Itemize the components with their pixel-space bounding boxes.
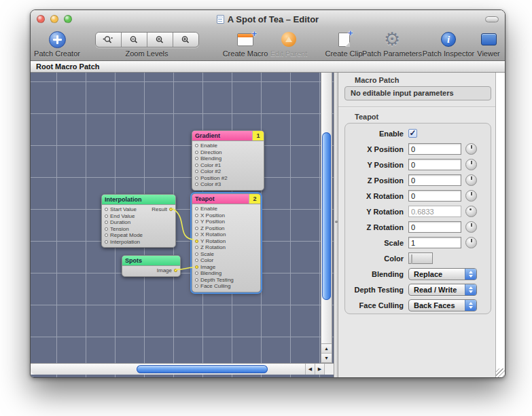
port-x-position[interactable]: X Position [192, 212, 260, 219]
port-duration[interactable]: Duration [102, 219, 175, 226]
patch-creator-button[interactable]: Patch Creator [31, 29, 84, 58]
scale-knob[interactable] [465, 237, 477, 248]
port-repeat-mode[interactable]: Repeat Mode [102, 232, 175, 239]
horizontal-scrollbar[interactable]: ◀ ▶ [31, 363, 334, 375]
param-row-y-rotation: Y Rotation [345, 204, 491, 219]
port-scale[interactable]: Scale [192, 251, 260, 258]
edit-parent-button: Edit Parent [263, 29, 315, 58]
depth-testing-popup[interactable]: Read / Write [408, 284, 477, 296]
param-row-face-culling: Face Culling Back Faces [345, 297, 491, 313]
param-row-depth-testing: Depth Testing Read / Write [345, 282, 491, 297]
toolbar: Patch Creator [31, 28, 505, 61]
viewer-button[interactable]: Viewer [472, 29, 505, 58]
scale-field[interactable] [408, 237, 461, 248]
x-rotation-knob[interactable] [465, 190, 477, 202]
breadcrumb[interactable]: Root Macro Patch [31, 61, 505, 73]
popup-stepper-icon [465, 300, 476, 311]
port-blending[interactable]: Blending [192, 155, 264, 162]
macro-patch-section-title: Macro Patch [355, 76, 495, 84]
window-title-group: A Spot of Tea – Editor [31, 14, 505, 24]
port-position-2[interactable]: Position #2 [192, 175, 264, 182]
scroll-down-arrow[interactable]: ▼ [321, 353, 332, 362]
node-spots[interactable]: Spots Image [122, 255, 181, 277]
teapot-section-title: Teapot [355, 113, 495, 121]
port-y-rotation[interactable]: Y Rotation [192, 238, 260, 245]
z-position-field[interactable] [408, 174, 461, 186]
close-button[interactable] [37, 15, 45, 23]
zoom-button[interactable] [64, 15, 72, 23]
x-rotation-field[interactable] [408, 190, 461, 202]
node-teapot[interactable]: Teapot 2 Enable X Position Y Position Z … [192, 193, 261, 292]
section-divider [338, 107, 495, 108]
panel-scrollbar-track[interactable] [495, 73, 505, 377]
editor-window: A Spot of Tea – Editor Patch Creator [30, 10, 506, 378]
z-rotation-knob[interactable] [465, 221, 477, 233]
zoom-out-segment[interactable] [121, 33, 147, 47]
port-z-rotation[interactable]: Z Rotation [192, 244, 260, 251]
macro-patch-message: No editable input parameters [344, 86, 491, 100]
minimize-button[interactable] [50, 15, 58, 23]
port-tension[interactable]: Tension [102, 226, 175, 233]
param-row-y-position: Y Position [345, 157, 491, 172]
zoom-in-segment[interactable] [173, 33, 198, 47]
port-result-output[interactable]: Result [152, 206, 173, 213]
param-row-scale: Scale [345, 235, 491, 250]
clip-page-icon: + [338, 33, 350, 47]
color-well[interactable] [408, 252, 433, 264]
face-culling-popup[interactable]: Back Faces [408, 299, 477, 311]
scroll-up-arrow[interactable]: ▲ [321, 344, 332, 353]
connection-wires [31, 73, 334, 363]
z-rotation-field[interactable] [408, 221, 461, 233]
vertical-scrollbar[interactable]: ▲ ▼ [321, 73, 332, 363]
port-z-position[interactable]: Z Position [192, 225, 260, 232]
port-face-culling[interactable]: Face Culling [192, 283, 260, 290]
blending-popup[interactable]: Replace [408, 268, 477, 280]
port-image[interactable]: Image [192, 264, 260, 271]
title-bar[interactable]: A Spot of Tea – Editor [31, 10, 505, 28]
pane-splitter[interactable] [334, 73, 338, 377]
port-depth-testing[interactable]: Depth Testing [192, 277, 260, 284]
node-graph-canvas[interactable]: Gradient 1 Enable Direction Blending Col… [31, 73, 334, 377]
teapot-parameters-group: Enable ✓ X Position Y Position [344, 123, 491, 314]
y-position-knob[interactable] [465, 159, 477, 170]
resize-grip[interactable] [496, 368, 505, 377]
x-position-field[interactable] [408, 143, 461, 155]
port-interpolation[interactable]: Interpolation [102, 239, 175, 246]
node-interpolation[interactable]: Interpolation Result Start Value End Val… [101, 194, 176, 248]
enable-checkbox[interactable]: ✓ [408, 129, 417, 138]
plus-sphere-icon [49, 31, 66, 48]
port-color-2[interactable]: Color #2 [192, 168, 264, 175]
port-color[interactable]: Color [192, 257, 260, 264]
port-blending[interactable]: Blending [192, 270, 260, 277]
toolbar-toggle-button[interactable] [485, 16, 499, 22]
param-row-x-position: X Position [345, 141, 491, 157]
port-direction[interactable]: Direction [192, 149, 264, 156]
node-badge: 2 [249, 194, 260, 204]
port-y-position[interactable]: Y Position [192, 219, 260, 225]
port-enable[interactable]: Enable [192, 206, 260, 212]
vertical-scrollbar-thumb[interactable] [322, 132, 331, 300]
port-end-value[interactable]: End Value [102, 213, 175, 220]
up-triangle-icon [281, 32, 296, 47]
document-icon [217, 15, 224, 24]
zoom-actual-size-segment[interactable] [96, 33, 121, 47]
param-row-enable: Enable ✓ [345, 126, 491, 141]
z-position-knob[interactable] [465, 174, 477, 186]
port-enable[interactable]: Enable [192, 143, 264, 149]
horizontal-scrollbar-thumb[interactable] [137, 365, 268, 373]
port-color-3[interactable]: Color #3 [192, 181, 264, 188]
node-badge: 1 [252, 131, 264, 140]
port-image-output[interactable]: Image [122, 267, 180, 274]
parameters-panel: Macro Patch No editable input parameters… [338, 73, 495, 377]
node-gradient[interactable]: Gradient 1 Enable Direction Blending Col… [192, 130, 264, 191]
node-title: Gradient [192, 131, 252, 140]
port-color-1[interactable]: Color #1 [192, 162, 264, 169]
scroll-left-arrow[interactable]: ◀ [306, 364, 315, 375]
scroll-right-arrow[interactable]: ▶ [315, 364, 325, 375]
node-title: Teapot [192, 194, 249, 204]
y-position-field[interactable] [408, 159, 461, 170]
zoom-fit-segment[interactable] [147, 33, 173, 47]
patch-inspector-button[interactable]: i Patch Inspector [416, 29, 480, 58]
port-x-rotation[interactable]: X Rotation [192, 231, 260, 238]
x-position-knob[interactable] [465, 143, 477, 155]
